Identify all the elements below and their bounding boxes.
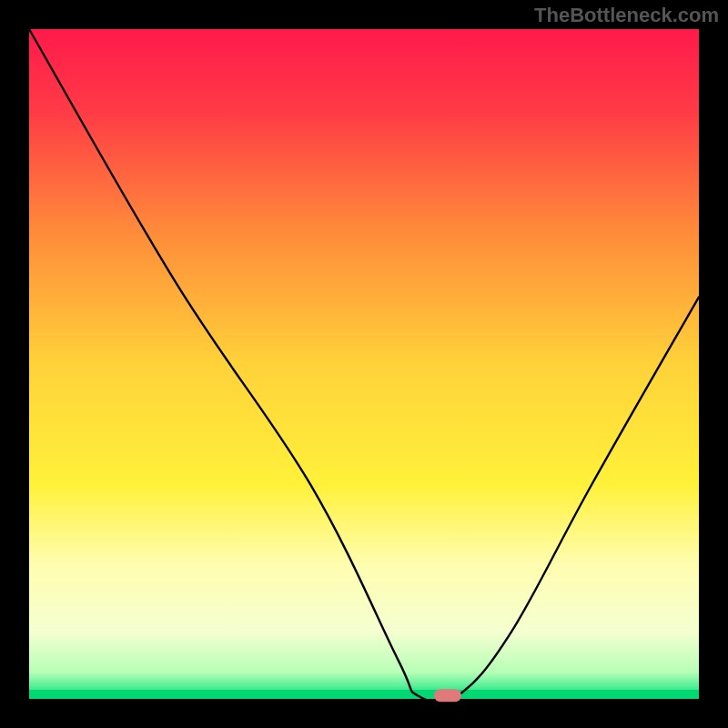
plot-background — [29, 29, 699, 699]
chart-frame: TheBottleneck.com — [0, 0, 728, 728]
watermark-text: TheBottleneck.com — [534, 4, 719, 27]
bottleneck-chart — [0, 0, 728, 728]
baseline-band — [29, 690, 699, 699]
optimal-marker — [434, 689, 461, 702]
